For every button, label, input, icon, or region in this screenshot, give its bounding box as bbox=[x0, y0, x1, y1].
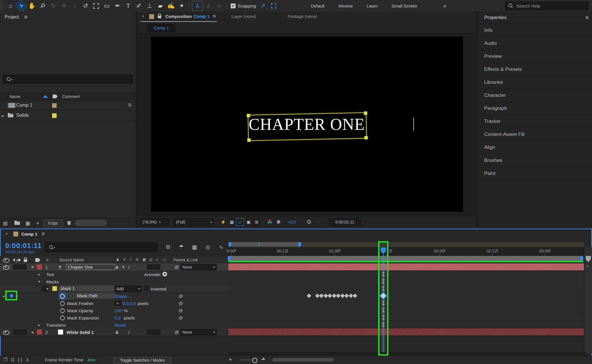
switch-cell[interactable] bbox=[154, 264, 160, 270]
graph-editor-icon[interactable]: ∿ bbox=[217, 243, 225, 251]
eraser-tool[interactable]: ▰ bbox=[155, 1, 166, 10]
bit-depth-button[interactable]: 8 bpc bbox=[43, 219, 63, 227]
panel-tab-item[interactable]: Paint bbox=[478, 167, 592, 180]
mask-handle-br[interactable] bbox=[364, 136, 368, 140]
workspace-overflow-button[interactable]: » bbox=[443, 3, 446, 9]
mask-mode-dropdown[interactable]: Add bbox=[114, 286, 142, 292]
delete-icon[interactable] bbox=[67, 221, 71, 225]
name-column-header[interactable]: Name bbox=[10, 94, 20, 99]
comp-button-icon[interactable]: ⚐ bbox=[586, 264, 590, 269]
motion-blur-icon[interactable]: ◎ bbox=[204, 243, 212, 251]
adjustment-layer-icon[interactable]: ◐ bbox=[155, 257, 160, 262]
snapshot-camera-icon[interactable]: ⏣ bbox=[307, 219, 311, 225]
clone-stamp-tool[interactable]: ⊥ bbox=[144, 1, 155, 10]
quality-icon[interactable]: \ bbox=[128, 257, 133, 262]
property-name[interactable]: Mask Path bbox=[75, 293, 115, 299]
axis-world-icon[interactable]: ⅄ bbox=[203, 1, 214, 10]
interpret-footage-icon[interactable]: ▤ bbox=[3, 220, 8, 226]
shy-icon[interactable]: ♟ bbox=[115, 265, 119, 270]
layer-name-field[interactable]: Chapter One bbox=[66, 264, 115, 270]
workspace-tab[interactable]: Review bbox=[338, 3, 353, 8]
pen-tool[interactable]: ✒ bbox=[112, 1, 123, 10]
property-value[interactable]: 0,0,0,0 bbox=[123, 301, 136, 306]
masks-group-row[interactable]: Masks bbox=[0, 278, 228, 285]
roto-brush-tool[interactable]: ✍ bbox=[166, 1, 176, 10]
composition-tab-label[interactable]: Composition bbox=[165, 14, 192, 19]
home-tool[interactable]: ⌂ bbox=[5, 1, 16, 10]
workspace-tab[interactable]: Small Screen bbox=[392, 3, 417, 8]
draft-3d-icon[interactable]: ☂ bbox=[177, 243, 186, 251]
label-column-icon[interactable] bbox=[35, 258, 40, 262]
solo-column-icon[interactable] bbox=[18, 259, 21, 261]
snap-to-edges-icon[interactable]: ↗ bbox=[258, 1, 268, 10]
mask-handle-bl[interactable] bbox=[247, 138, 251, 142]
graph-editor-include-icon[interactable]: ∿ bbox=[67, 293, 74, 299]
index-column-header[interactable]: # bbox=[46, 258, 49, 262]
panel-tab-item[interactable]: Audio bbox=[478, 37, 592, 50]
workspace-tab[interactable]: Learn bbox=[367, 3, 378, 8]
sort-ascending-icon[interactable] bbox=[43, 95, 48, 98]
mask-path-row[interactable]: ∿ Mask Path Shape... bbox=[0, 292, 228, 300]
selection-tool[interactable]: ➤ bbox=[14, 0, 28, 13]
preview-timecode[interactable]: 0:00:01:11 bbox=[329, 218, 361, 226]
render-engine-icon[interactable]: ➤ bbox=[34, 220, 41, 226]
panel-menu-icon[interactable] bbox=[585, 14, 589, 21]
frame-blend-icon[interactable]: ▦ bbox=[142, 257, 146, 262]
label-color-swatch[interactable] bbox=[52, 103, 57, 108]
collapse-icon[interactable] bbox=[46, 286, 49, 291]
label-color-swatch[interactable] bbox=[52, 113, 57, 118]
switch-cell[interactable] bbox=[154, 329, 160, 335]
expand-icon[interactable] bbox=[38, 272, 40, 277]
composition-canvas[interactable]: CHAPTER ONE bbox=[151, 37, 463, 212]
transform-group-row[interactable]: Transform Reset bbox=[0, 321, 228, 329]
mask-path-outline[interactable] bbox=[248, 112, 367, 141]
panel-tab-item[interactable]: Preview bbox=[478, 50, 592, 63]
panel-tab-item[interactable]: Paragraph bbox=[478, 102, 592, 115]
flowchart-icon[interactable]: ⧉ bbox=[128, 102, 131, 108]
parent-dropdown[interactable]: None bbox=[180, 264, 217, 270]
parent-link-column-header[interactable]: Parent & Link bbox=[173, 258, 198, 262]
timeline-tab-label[interactable]: Comp 1 bbox=[21, 232, 37, 236]
rotation-tool[interactable]: ↺ bbox=[80, 1, 91, 10]
layer2-duration-bar[interactable] bbox=[228, 328, 587, 335]
group-label[interactable]: Text bbox=[46, 272, 54, 277]
previous-keyframe-icon[interactable] bbox=[2, 293, 5, 299]
help-search-box[interactable]: Search Help bbox=[505, 1, 589, 10]
transparency-grid-icon[interactable]: ▦ bbox=[228, 218, 236, 226]
feather-link-icon[interactable]: ∞ bbox=[114, 301, 121, 306]
expand-in-out-icon[interactable]: { } bbox=[18, 357, 22, 362]
timeline-scrollbar[interactable] bbox=[272, 358, 334, 362]
mask-visibility-icon[interactable]: ▱ bbox=[236, 218, 244, 226]
show-snapshot-icon[interactable]: ◌ bbox=[317, 219, 319, 225]
layer1-duration-bar[interactable] bbox=[228, 263, 587, 270]
timeline-horizontal-scroll-track[interactable] bbox=[228, 352, 587, 356]
new-folder-icon[interactable] bbox=[14, 221, 20, 225]
property-pickwhip-icon[interactable] bbox=[179, 301, 183, 306]
solid-color-swatch[interactable] bbox=[58, 329, 63, 335]
inverted-checkbox[interactable] bbox=[144, 286, 149, 291]
timeline-zoom-knob[interactable] bbox=[252, 358, 258, 363]
project-item-comp1[interactable]: Comp 1 ⧉ bbox=[0, 101, 136, 111]
property-name[interactable]: Mask Expansion bbox=[67, 315, 99, 320]
mask-handle-tr[interactable] bbox=[364, 111, 367, 115]
fx-icon[interactable]: fx bbox=[135, 257, 140, 262]
source-name-column-header[interactable]: Source Name bbox=[59, 258, 84, 262]
time-navigator-handle[interactable] bbox=[228, 242, 301, 247]
panel-tab-item[interactable]: Effects & Presets bbox=[478, 63, 592, 76]
guides-options-icon[interactable]: ⊞ bbox=[253, 218, 261, 226]
switch-cell[interactable] bbox=[147, 264, 153, 270]
exposure-value[interactable]: +0,0 bbox=[288, 220, 296, 224]
puppet-pin-tool[interactable]: ✦ bbox=[176, 1, 187, 10]
panel-tab-item[interactable]: Info bbox=[478, 24, 592, 37]
expand-layer-icon[interactable] bbox=[32, 330, 34, 335]
panel-menu-icon[interactable] bbox=[42, 231, 45, 237]
parent-dropdown[interactable]: None bbox=[180, 329, 217, 335]
fast-preview-icon[interactable]: ⚡ bbox=[219, 218, 227, 226]
panel-menu-icon[interactable] bbox=[213, 13, 216, 19]
frame-blending-icon[interactable]: ▦ bbox=[190, 243, 199, 251]
label-column-icon[interactable] bbox=[53, 95, 58, 98]
mask-opacity-row[interactable]: Mask Opacity 100 % bbox=[0, 307, 228, 314]
camera-tool[interactable] bbox=[91, 1, 101, 10]
comp-marker-bin-icon[interactable] bbox=[586, 256, 591, 262]
eye-icon[interactable] bbox=[3, 330, 10, 335]
